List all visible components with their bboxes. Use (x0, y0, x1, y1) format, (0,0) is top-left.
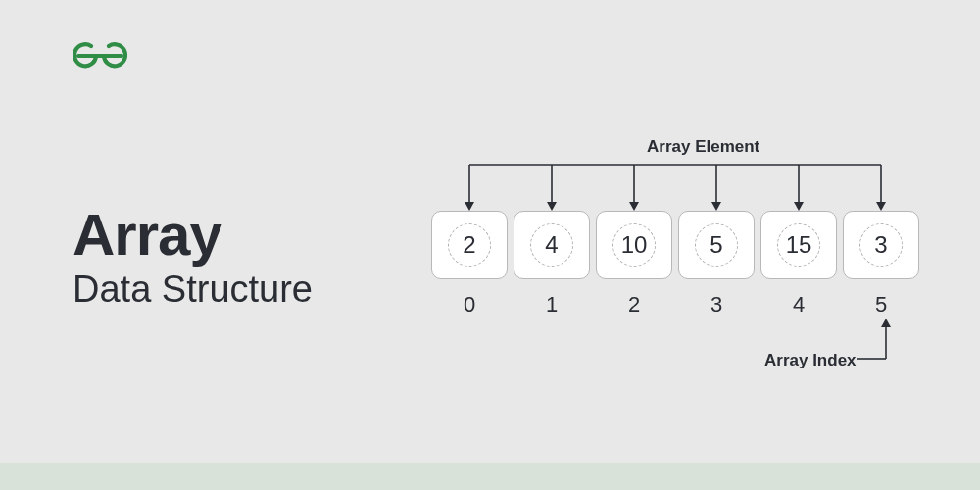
cell-value: 2 (448, 223, 491, 267)
svg-marker-16 (881, 318, 891, 327)
cell-value: 3 (859, 223, 903, 267)
element-arrows (431, 147, 931, 216)
array-cell: 4 (514, 211, 590, 279)
index-value: 4 (760, 292, 837, 318)
array-diagram: Array Element 2 4 10 5 15 3 0 1 2 (431, 137, 960, 392)
title-block: Array Data Structure (73, 206, 313, 311)
index-value: 1 (514, 292, 590, 318)
index-value: 5 (843, 292, 919, 318)
index-value: 3 (678, 292, 755, 318)
array-cell: 3 (843, 211, 919, 279)
svg-marker-13 (876, 202, 886, 211)
title-sub: Data Structure (73, 269, 313, 311)
svg-marker-9 (547, 202, 557, 211)
array-indices: 0 1 2 3 4 5 (431, 292, 919, 318)
brand-logo (73, 41, 127, 74)
cell-value: 5 (695, 223, 738, 267)
title-main: Array (73, 206, 313, 265)
svg-marker-10 (629, 202, 639, 211)
array-cell: 5 (678, 211, 755, 279)
array-cell: 10 (596, 211, 672, 279)
array-cells: 2 4 10 5 15 3 (431, 211, 919, 279)
svg-marker-8 (465, 202, 474, 211)
footer-accent-bar (0, 463, 980, 490)
svg-marker-12 (794, 202, 804, 211)
cell-value: 4 (530, 223, 573, 267)
array-cell: 15 (760, 211, 837, 279)
cell-value: 10 (612, 223, 656, 267)
index-value: 0 (431, 292, 508, 318)
index-value: 2 (596, 292, 672, 318)
cell-value: 15 (777, 223, 820, 267)
array-cell: 2 (431, 211, 508, 279)
svg-marker-11 (711, 202, 721, 211)
index-arrow (843, 316, 911, 365)
